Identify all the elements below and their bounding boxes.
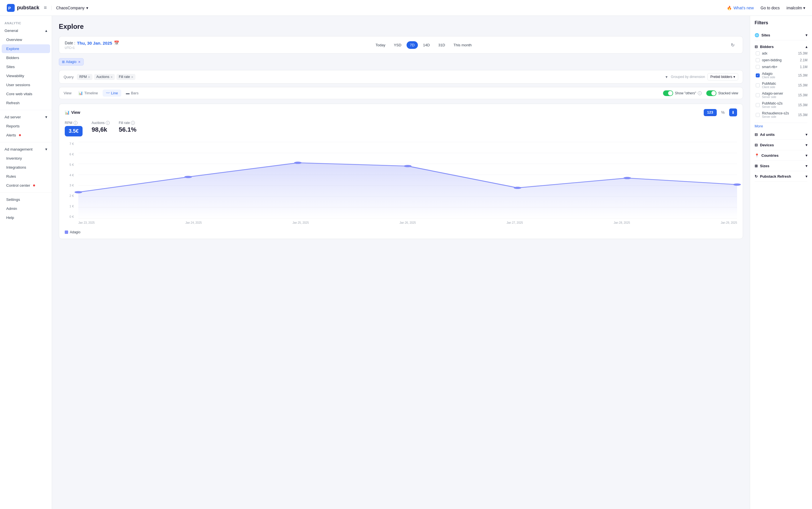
metric-info-icon-auctions[interactable]: i (106, 121, 110, 125)
view-tab-bars[interactable]: ▬Bars (122, 90, 142, 97)
sidebar: Analytic General OverviewExploreBiddersS… (0, 16, 52, 509)
view-tab-label-bars: Bars (131, 91, 138, 95)
remove-filter-tag-button[interactable]: × (78, 60, 80, 64)
sidebar-divider-3 (0, 192, 52, 193)
bidder-checkbox-pubmatic-s2s[interactable] (756, 103, 760, 107)
query-tag-label: RPM (79, 75, 87, 79)
show-others-info-icon[interactable]: i (698, 91, 702, 95)
sidebar-item-sites[interactable]: Sites (2, 62, 50, 71)
sidebar-item-settings[interactable]: Settings (2, 195, 50, 204)
sidebar-item-control-center[interactable]: Control center (2, 181, 50, 190)
bidder-item-open-bidding: open-bidding2.1M (755, 57, 808, 64)
sidebar-item-overview[interactable]: Overview (2, 35, 50, 44)
preset-ysd-button[interactable]: YSD (391, 41, 405, 49)
ad-server-group[interactable]: Ad server (0, 112, 52, 122)
sidebar-item-explore[interactable]: Explore (2, 44, 50, 53)
sidebar-item-admin[interactable]: Admin (2, 204, 50, 213)
bidder-left-adagio-server: Adagio-serverServer side (756, 92, 783, 99)
sidebar-item-rules[interactable]: Rules (2, 172, 50, 181)
filter-section-ad-units[interactable]: ⊟ Ad units (755, 129, 808, 140)
chart-fill-area (78, 163, 737, 218)
view-tab-timeline[interactable]: 📊Timeline (75, 90, 101, 97)
more-filters-link[interactable]: More (755, 123, 808, 129)
metric-info-icon-fill-rate[interactable]: i (131, 121, 135, 125)
stacked-view-toggle[interactable] (706, 91, 716, 96)
filter-chevron-countries (806, 153, 808, 158)
sidebar-item-inventory[interactable]: Inventory (2, 154, 50, 163)
menu-icon[interactable]: ≡ (44, 5, 47, 11)
metric-label-fill-rate: Fill ratei (119, 121, 136, 125)
sidebar-item-user-sessions[interactable]: User sessions (2, 80, 50, 89)
sidebar-item-refresh[interactable]: Refresh (2, 99, 50, 107)
go-to-docs-button[interactable]: Go to docs (760, 6, 780, 10)
chart-container: 7 €6 €5 €4 €3 €2 €1 €0 € (65, 142, 737, 227)
user-menu[interactable]: imalcolm ▾ (786, 6, 805, 10)
bidder-count-pubmatic: 15.3M (798, 83, 808, 87)
sidebar-item-core-web-vitals[interactable]: Core web vitals (2, 90, 50, 98)
bidder-left-richaudience-s2s: Richaudience-s2sServer side (756, 111, 789, 118)
preset-31d-button[interactable]: 31D (435, 41, 448, 49)
filter-label-ad-units: Ad units (760, 133, 775, 137)
bidder-checkbox-open-bidding[interactable] (756, 58, 760, 62)
preset-today-button[interactable]: Today (372, 41, 389, 49)
sidebar-item-alerts[interactable]: Alerts (2, 131, 50, 139)
bidder-item-adagio-server: Adagio-serverServer side15.3M (755, 90, 808, 100)
chart-panel: 📊 View 123 % ⬇ RPMi3.5€Auctionsi98,6kFil… (59, 104, 743, 239)
refresh-button[interactable]: ↻ (728, 40, 737, 49)
filter-section-pubstack-refresh[interactable]: ↻ Pubstack Refresh (755, 171, 808, 182)
bidders-chevron (806, 44, 808, 49)
bidder-checkbox-richaudience-s2s[interactable] (756, 113, 760, 117)
filter-section-countries[interactable]: 📍 Countries (755, 150, 808, 161)
date-bar: Date : Thu, 30 Jan. 2025 📅 UTC+1 TodayYS… (59, 36, 743, 54)
yaxis-label: 3 € (65, 183, 74, 187)
preset-14d-button[interactable]: 14D (419, 41, 433, 49)
sidebar-item-integrations[interactable]: Integrations (2, 163, 50, 172)
filter-name-pubstack-refresh: ↻ Pubstack Refresh (755, 174, 791, 178)
value-pct-button[interactable]: % (719, 109, 727, 116)
yaxis-label: 4 € (65, 173, 74, 177)
bidder-checkbox-pubmatic[interactable] (756, 83, 760, 87)
query-tag-remove-auctions[interactable]: × (111, 75, 113, 79)
download-chart-button[interactable]: ⬇ (729, 108, 737, 116)
value-123-button[interactable]: 123 (704, 109, 717, 116)
filter-tag-icon: ⊞ (62, 60, 65, 64)
bidder-checkbox-adx[interactable] (756, 52, 760, 55)
metric-info-icon-rpm[interactable]: i (73, 121, 77, 125)
sidebar-item-reports[interactable]: Reports (2, 122, 50, 131)
sites-filter-section[interactable]: 🌐 Sites (755, 30, 808, 40)
sidebar-item-help[interactable]: Help (2, 213, 50, 222)
company-selector[interactable]: ChaosCompany ▾ (52, 6, 88, 10)
preset-this-month-button[interactable]: This month (450, 41, 475, 49)
query-bar: Query RPM ×Auctions ×Fill rate × ▾ Group… (59, 70, 743, 83)
filter-section-sizes[interactable]: ⊞ Sizes (755, 161, 808, 171)
ad-management-group[interactable]: Ad management (0, 145, 52, 154)
yaxis-label: 6 € (65, 152, 74, 156)
calendar-icon[interactable]: 📅 (114, 40, 119, 45)
general-group[interactable]: General (0, 26, 52, 35)
query-dropdown-arrow[interactable]: ▾ (665, 75, 667, 79)
content-area: Explore Date : Thu, 30 Jan. 2025 📅 UTC+1… (52, 16, 750, 509)
group-select[interactable]: Prebid bidders ▾ (708, 73, 738, 80)
query-tag-remove-rpm[interactable]: × (88, 75, 90, 79)
filter-section-devices[interactable]: ⊟ Devices (755, 140, 808, 150)
group-select-value: Prebid bidders (711, 75, 732, 79)
sidebar-item-viewability[interactable]: Viewability (2, 71, 50, 80)
bidder-checkbox-smart-rtb[interactable] (756, 65, 760, 69)
ad-mgmt-chevron (45, 147, 47, 151)
bidder-sub-adagio: Client side (762, 76, 775, 79)
bidder-checkbox-adagio-server[interactable] (756, 93, 760, 97)
whats-new-button[interactable]: 🔥 What's new (727, 6, 754, 10)
view-tab-line[interactable]: 〰Line (103, 90, 122, 97)
preset-7d-button[interactable]: 7D (407, 41, 418, 49)
query-tag-remove-fill rate[interactable]: × (131, 75, 133, 79)
control-center-dot (33, 184, 35, 186)
chart-svg (78, 142, 737, 218)
bidder-checkbox-adagio[interactable] (756, 73, 760, 77)
bidders-section-header[interactable]: ⊟ Bidders (755, 43, 808, 50)
bidder-name-pubmatic: PubMatic (762, 81, 776, 86)
bidder-name-block-pubmatic-s2s: PubMatic-s2sServer side (762, 101, 783, 108)
sidebar-item-bidders[interactable]: Bidders (2, 54, 50, 62)
metric-label-auctions: Auctionsi (92, 121, 110, 125)
sites-label: Sites (761, 33, 770, 37)
show-others-toggle[interactable] (663, 91, 673, 96)
